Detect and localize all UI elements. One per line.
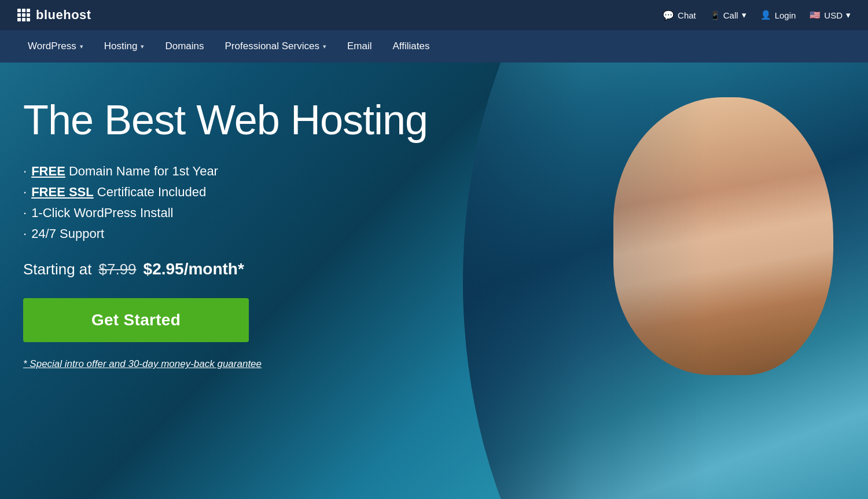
- hero-person-image: [463, 63, 868, 499]
- nav-label-email: Email: [347, 41, 372, 52]
- nav-label-wordpress: WordPress: [28, 41, 76, 52]
- feature-item-ssl: · FREE SSL Certificate Included: [23, 185, 440, 200]
- feature-item-domain: · FREE Domain Name for 1st Year: [23, 164, 440, 179]
- login-link[interactable]: Login: [760, 10, 796, 20]
- top-bar: bluehost Chat Call ▾ Login USD ▾: [0, 0, 868, 30]
- bullet-icon: ·: [23, 206, 27, 221]
- nav-item-affiliates[interactable]: Affiliates: [382, 30, 440, 63]
- chevron-down-icon: ▾: [323, 43, 326, 50]
- hero-content: The Best Web Hosting · FREE Domain Name …: [23, 97, 440, 370]
- login-label: Login: [775, 10, 796, 20]
- nav-item-hosting[interactable]: Hosting ▾: [94, 30, 155, 63]
- logo-grid-icon: [17, 9, 30, 21]
- feature-text-support: 24/7 Support: [31, 226, 104, 241]
- feature-item-wordpress: · 1-Click WordPress Install: [23, 206, 440, 221]
- flag-icon: [810, 10, 821, 20]
- pricing-prefix: Starting at: [23, 260, 92, 278]
- nav-label-domains: Domains: [165, 41, 204, 52]
- call-chevron: ▾: [742, 10, 746, 20]
- hero-title: The Best Web Hosting: [23, 97, 440, 143]
- call-link[interactable]: Call ▾: [710, 10, 746, 20]
- currency-chevron: ▾: [846, 10, 851, 20]
- chat-label: Chat: [678, 10, 696, 20]
- nav-item-email[interactable]: Email: [337, 30, 382, 63]
- free-domain-highlight: FREE: [31, 164, 65, 178]
- nav-label-affiliates: Affiliates: [392, 41, 429, 52]
- nav-label-professional-services: Professional Services: [225, 41, 319, 52]
- main-nav: WordPress ▾ Hosting ▾ Domains Profession…: [0, 30, 868, 63]
- old-price: $7.99: [99, 260, 137, 278]
- pricing-line: Starting at $7.99 $2.95/month*: [23, 260, 440, 278]
- disclaimer-link[interactable]: * Special intro offer and 30-day money-b…: [23, 358, 262, 369]
- bullet-icon: ·: [23, 185, 27, 200]
- bullet-icon: ·: [23, 164, 27, 179]
- top-bar-actions: Chat Call ▾ Login USD ▾: [663, 10, 851, 21]
- nav-label-hosting: Hosting: [104, 41, 138, 52]
- new-price: $2.95/month*: [144, 260, 244, 278]
- chat-icon: [663, 10, 674, 21]
- chevron-down-icon: ▾: [141, 43, 144, 50]
- nav-item-domains[interactable]: Domains: [155, 30, 214, 63]
- logo-text: bluehost: [36, 8, 91, 23]
- chat-link[interactable]: Chat: [663, 10, 696, 21]
- nav-item-professional-services[interactable]: Professional Services ▾: [215, 30, 337, 63]
- person-icon: [760, 10, 771, 20]
- feature-text-wordpress: 1-Click WordPress Install: [31, 206, 173, 221]
- free-ssl-highlight: FREE SSL: [31, 185, 94, 199]
- feature-item-support: · 24/7 Support: [23, 226, 440, 241]
- currency-selector[interactable]: USD ▾: [810, 10, 851, 20]
- logo-link[interactable]: bluehost: [17, 8, 91, 23]
- phone-icon: [710, 10, 720, 20]
- chevron-down-icon: ▾: [80, 43, 83, 50]
- currency-label: USD: [824, 10, 843, 20]
- get-started-button[interactable]: Get Started: [23, 298, 249, 342]
- call-label: Call: [723, 10, 738, 20]
- bullet-icon: ·: [23, 226, 27, 241]
- hero-section: The Best Web Hosting · FREE Domain Name …: [0, 63, 868, 499]
- nav-item-wordpress[interactable]: WordPress ▾: [17, 30, 94, 63]
- hero-features-list: · FREE Domain Name for 1st Year · FREE S…: [23, 164, 440, 241]
